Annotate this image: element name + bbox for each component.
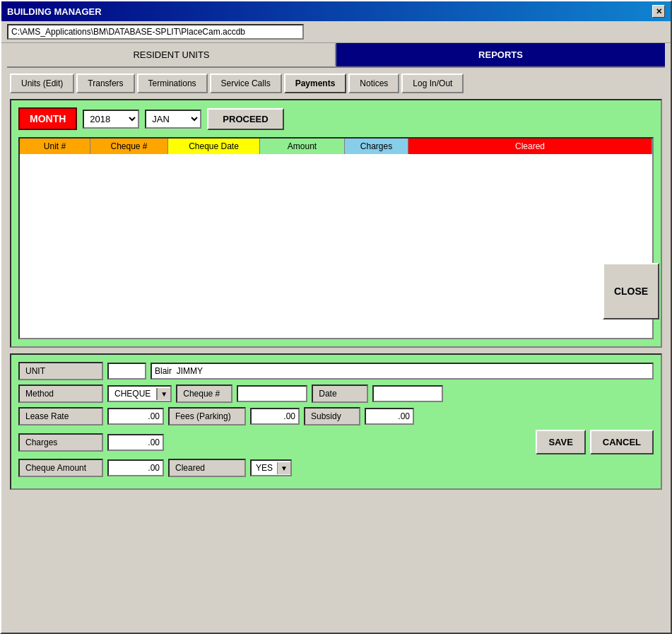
month-label: MONTH: [18, 107, 77, 130]
nav-reports[interactable]: REPORTS: [336, 43, 665, 66]
lease-rate-input[interactable]: [107, 408, 164, 425]
grid-header: Unit # Cheque # Cheque Date Amount Charg…: [20, 139, 652, 154]
form-row-unit: UNIT: [18, 362, 654, 380]
sub-tabs: Units (Edit) Transfers Terminations Serv…: [1, 68, 671, 93]
cheque-amount-input[interactable]: [107, 459, 164, 476]
month-row: MONTH 2018 2017 2019 JAN FEB MAR PROCEED: [18, 107, 654, 130]
tab-units-edit[interactable]: Units (Edit): [10, 74, 74, 93]
date-input[interactable]: [372, 385, 443, 402]
grid-body: [20, 154, 652, 338]
close-button[interactable]: CLOSE: [603, 263, 659, 319]
method-value: CHEQUE: [109, 387, 156, 401]
fees-input[interactable]: [250, 408, 300, 425]
cancel-button[interactable]: CANCEL: [590, 430, 654, 454]
window-close-button[interactable]: ✕: [652, 5, 665, 18]
tab-log-in-out[interactable]: Log In/Out: [401, 74, 464, 93]
cleared-label: Cleared: [168, 459, 246, 477]
lease-rate-label: Lease Rate: [18, 407, 103, 425]
path-input[interactable]: [7, 24, 304, 40]
col-header-unit: Unit #: [20, 139, 90, 154]
window-title: BUILDING MANAGER: [7, 6, 102, 17]
payments-grid: Unit # Cheque # Cheque Date Amount Charg…: [18, 137, 654, 339]
unit-input[interactable]: [107, 363, 146, 380]
tab-service-calls[interactable]: Service Calls: [210, 74, 282, 93]
cheque-num-input[interactable]: [237, 385, 307, 402]
form-row-cheque-amount: Cheque Amount Cleared YES ▼: [18, 459, 654, 477]
cheque-num-label: Cheque #: [176, 384, 232, 403]
bottom-form: UNIT Method CHEQUE ▼ Cheque # Date: [10, 353, 662, 490]
col-header-cleared: Cleared: [408, 139, 652, 154]
path-bar: [1, 21, 671, 43]
nav-resident-units[interactable]: RESIDENT UNITS: [7, 43, 336, 66]
method-label: Method: [18, 384, 103, 403]
tab-terminations[interactable]: Terminations: [137, 74, 208, 93]
cleared-value: YES: [252, 461, 277, 475]
tab-payments[interactable]: Payments: [284, 74, 347, 93]
save-button[interactable]: SAVE: [536, 430, 585, 454]
main-content-area: MONTH 2018 2017 2019 JAN FEB MAR PROCEED…: [10, 99, 662, 348]
col-header-cheque-num: Cheque #: [90, 139, 168, 154]
fees-label: Fees (Parking): [168, 407, 246, 425]
name-input[interactable]: [151, 363, 654, 380]
main-window: BUILDING MANAGER ✕ RESIDENT UNITS REPORT…: [0, 0, 672, 634]
method-dropdown-arrow[interactable]: ▼: [156, 388, 170, 400]
subsidy-label: Subsidy: [304, 407, 360, 425]
charges-label: Charges: [18, 433, 103, 452]
cleared-dropdown-arrow[interactable]: ▼: [277, 462, 290, 474]
year-select[interactable]: 2018 2017 2019: [83, 110, 139, 129]
col-header-cheque-date: Cheque Date: [168, 139, 260, 154]
subsidy-input[interactable]: [365, 408, 414, 425]
tab-notices[interactable]: Notices: [348, 74, 399, 93]
date-label: Date: [312, 384, 368, 403]
form-row-charges: Charges SAVE CANCEL: [18, 430, 654, 454]
unit-label: UNIT: [18, 362, 103, 380]
proceed-button[interactable]: PROCEED: [207, 108, 283, 130]
tab-transfers[interactable]: Transfers: [76, 74, 134, 93]
charges-input[interactable]: [107, 434, 164, 451]
form-row-method: Method CHEQUE ▼ Cheque # Date: [18, 384, 654, 403]
col-header-amount: Amount: [260, 139, 345, 154]
col-header-charges: Charges: [345, 139, 408, 154]
title-bar: BUILDING MANAGER ✕: [1, 1, 671, 21]
cheque-amount-label: Cheque Amount: [18, 459, 103, 477]
month-select[interactable]: JAN FEB MAR: [145, 110, 201, 129]
form-row-lease: Lease Rate Fees (Parking) Subsidy: [18, 407, 654, 425]
